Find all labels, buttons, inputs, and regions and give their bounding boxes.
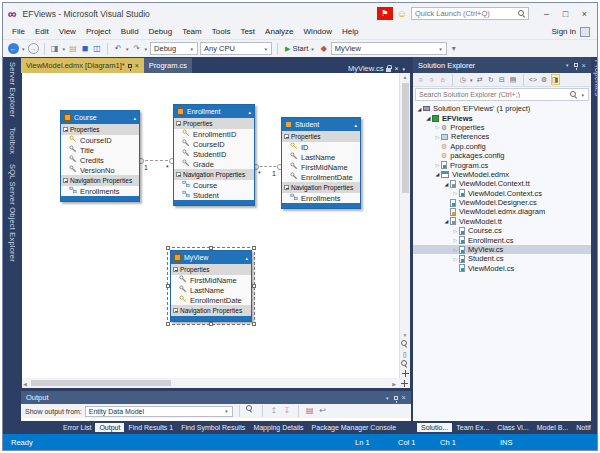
preview-tab-myview-cs[interactable]: MyView.cs × ▾ xyxy=(348,64,411,73)
panel-tab-package-manager-console[interactable]: Package Manager Console xyxy=(308,423,400,432)
home-icon[interactable]: ⌂ xyxy=(438,74,447,85)
panel-tab-find-symbol-results[interactable]: Find Symbol Results xyxy=(177,423,249,432)
window-position-chevron-icon[interactable]: ▾ xyxy=(566,62,569,68)
show-all-files-icon[interactable]: ▤ xyxy=(509,74,518,85)
chevron-down-icon[interactable]: ▾ xyxy=(191,46,194,52)
tree-item-viewmodel-edmx-diagram[interactable]: ViewModel.edmx.diagram xyxy=(413,207,591,216)
run-target-select[interactable]: MyView▾ xyxy=(331,42,447,55)
menu-edit[interactable]: Edit xyxy=(30,27,54,36)
section-header[interactable]: Navigation Properties xyxy=(174,169,254,180)
entity-course[interactable]: Course▴PropertiesCourseIDTitleCreditsVer… xyxy=(60,110,140,202)
collapse-chevron-icon[interactable]: ▴ xyxy=(354,122,357,128)
section-header[interactable]: Navigation Properties xyxy=(282,182,360,193)
undo-icon[interactable]: ↶ xyxy=(113,43,123,55)
output-panel-header[interactable]: Output ▾ × xyxy=(21,391,411,404)
menu-build[interactable]: Build xyxy=(116,27,144,36)
panel-tab-error-list[interactable]: Error List xyxy=(59,423,95,432)
collapse-chevron-icon[interactable]: ▴ xyxy=(248,109,251,115)
scroll-down-icon[interactable]: ▼ xyxy=(403,331,408,339)
collapse-minus-icon[interactable] xyxy=(173,308,178,313)
entity-header[interactable]: Course▴ xyxy=(61,111,139,124)
entity-header[interactable]: Enrollment▴ xyxy=(174,105,254,118)
expander-icon[interactable]: ▷ xyxy=(452,237,459,243)
avatar-icon[interactable] xyxy=(580,27,590,37)
go-to-next-message-icon[interactable]: ↧ xyxy=(282,405,292,417)
selection-handle[interactable] xyxy=(252,322,256,326)
tree-item-viewmodel-designer-cs[interactable]: ViewModel.Designer.cs xyxy=(413,198,591,207)
tool-tab-model-b-[interactable]: Model B... xyxy=(533,423,573,432)
quick-launch-box[interactable] xyxy=(411,7,529,20)
collapse-minus-icon[interactable] xyxy=(63,178,68,183)
scroll-right-icon[interactable]: ▶ xyxy=(392,380,396,388)
redo-icon[interactable]: ↷ xyxy=(132,43,142,55)
chevron-down-icon[interactable]: ▾ xyxy=(470,77,473,83)
tree-item-viewmodel-context-tt[interactable]: ◢ViewModel.Context.tt xyxy=(413,179,591,188)
go-to-previous-message-icon[interactable]: ↥ xyxy=(269,405,279,417)
panel-tab-find-results-1[interactable]: Find Results 1 xyxy=(124,423,177,432)
expander-icon[interactable]: ▷ xyxy=(452,228,459,234)
toolbar-overflow-icon[interactable]: ▾ xyxy=(449,43,459,55)
panel-tab-output[interactable]: Output xyxy=(95,423,124,432)
platform-select[interactable]: Any CPU▾ xyxy=(200,42,272,55)
debug-configuration-select[interactable]: Debug▾ xyxy=(150,42,198,55)
expander-icon[interactable]: ▷ xyxy=(434,162,441,168)
profiler-icon[interactable]: ◆ xyxy=(319,43,329,55)
pan-corner[interactable] xyxy=(398,378,410,388)
entity-property[interactable]: EnrollmentDate xyxy=(171,295,251,305)
scroll-left-icon[interactable]: ◀ xyxy=(23,380,27,388)
pin-icon[interactable] xyxy=(394,396,398,400)
section-header[interactable]: Properties xyxy=(171,264,251,275)
entity-property[interactable]: CourseID xyxy=(174,139,254,149)
feedback-smiley-icon[interactable]: ☺ xyxy=(397,8,407,19)
entity-property[interactable]: FirstMidName xyxy=(282,162,360,172)
chevron-down-icon[interactable]: ▾ xyxy=(22,46,25,52)
collapse-minus-icon[interactable] xyxy=(176,172,181,177)
tree-item-viewmodel-context-cs[interactable]: ▷ViewModel.Context.cs xyxy=(413,189,591,198)
tab-viewmodel-edmx[interactable]: ViewModel.edmx [Diagram1]* × xyxy=(21,58,144,73)
entity-header[interactable]: MyView▴ xyxy=(171,251,251,264)
close-button[interactable]: × xyxy=(577,7,592,20)
entity-property[interactable]: EnrollmentDate xyxy=(282,172,360,182)
tree-item-program-cs[interactable]: ▷Program.cs xyxy=(413,160,591,169)
section-header[interactable]: Properties xyxy=(282,131,360,142)
tree-item-packages-config[interactable]: ⚙packages.config xyxy=(413,151,591,160)
entity-property[interactable]: FirstMidName xyxy=(171,275,251,285)
collapse-minus-icon[interactable] xyxy=(284,185,289,190)
collapse-all-icon[interactable]: ⊟ xyxy=(498,74,507,85)
menu-file[interactable]: File xyxy=(7,27,30,36)
close-tab-icon[interactable]: × xyxy=(135,62,139,69)
menu-analyze[interactable]: Analyze xyxy=(260,27,298,36)
entity-property[interactable]: LastName xyxy=(171,285,251,295)
sign-in-link[interactable]: Sign in xyxy=(552,27,576,36)
toggle-word-wrap-icon[interactable]: ↩ xyxy=(318,405,328,417)
entity-navigation-property[interactable]: Enrollments xyxy=(282,193,360,203)
tab-program-cs[interactable]: Program.cs xyxy=(144,58,192,73)
entity-property[interactable]: VersionNo xyxy=(61,165,139,175)
expander-icon[interactable]: ▷ xyxy=(434,134,441,140)
clear-all-icon[interactable]: ▤ xyxy=(305,405,315,417)
entity-navigation-property[interactable]: Course xyxy=(174,180,254,190)
chevron-down-icon[interactable]: ▾ xyxy=(145,46,148,52)
menu-team[interactable]: Team xyxy=(177,27,207,36)
zoom-out-icon[interactable] xyxy=(401,360,410,369)
expander-icon[interactable]: ◢ xyxy=(425,115,432,121)
tool-tab-class-vi-[interactable]: Class Vi... xyxy=(493,423,532,432)
tree-item-student-cs[interactable]: ▷Student.cs xyxy=(413,254,591,263)
collapse-chevron-icon[interactable]: ▴ xyxy=(133,115,136,121)
collapse-minus-icon[interactable] xyxy=(63,127,68,132)
notifications-flag-icon[interactable]: ⚑ xyxy=(377,7,393,20)
section-header[interactable]: Properties xyxy=(174,118,254,129)
pin-icon[interactable] xyxy=(574,63,578,67)
refresh-icon[interactable]: ↻ xyxy=(487,74,496,85)
new-project-icon[interactable]: ◨ xyxy=(50,43,60,55)
collapse-minus-icon[interactable] xyxy=(176,121,181,126)
entity-property[interactable]: Credits xyxy=(61,155,139,165)
tab-list-chevron-icon[interactable]: ▾ xyxy=(402,66,405,72)
chevron-down-icon[interactable]: ▾ xyxy=(311,46,314,52)
sidebar-tab-properties[interactable]: Properties xyxy=(593,60,599,96)
tree-item-viewmodel-tt[interactable]: ◢ViewModel.tt xyxy=(413,217,591,226)
pin-icon[interactable] xyxy=(128,64,132,68)
back-icon[interactable]: ← xyxy=(8,43,19,54)
expander-icon[interactable]: ◢ xyxy=(434,171,441,177)
se-forward-icon[interactable]: ○ xyxy=(427,74,436,85)
